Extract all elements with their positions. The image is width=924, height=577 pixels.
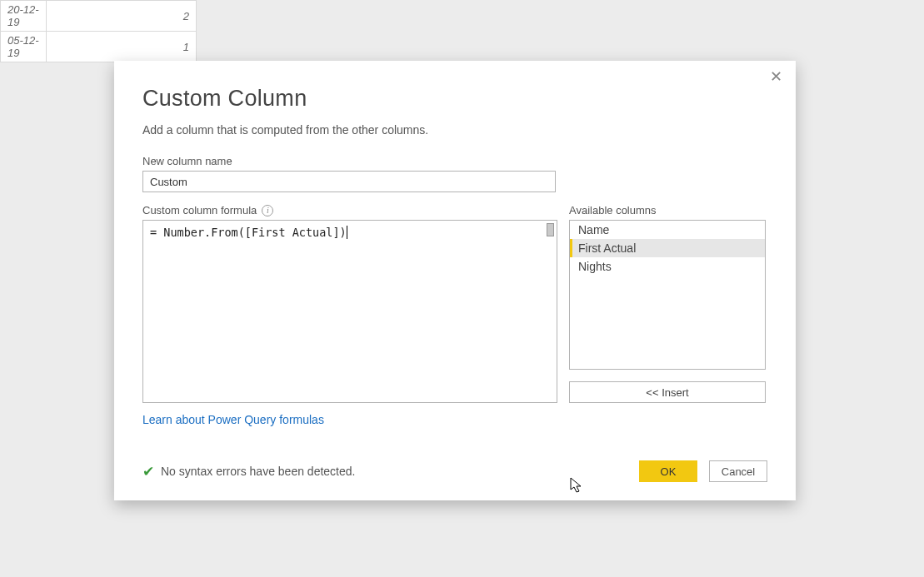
new-column-name-label: New column name [142,155,767,167]
dialog-footer: ✔ No syntax errors have been detected. O… [142,460,767,482]
status-message: ✔ No syntax errors have been detected. [142,463,355,480]
close-button[interactable]: ✕ [767,69,784,86]
available-column-item-nights[interactable]: Nights [570,257,765,276]
cancel-button[interactable]: Cancel [709,460,767,482]
background-data-table: 20-12-19 2 05-12-19 1 [0,0,197,62]
available-columns-list: Name First Actual Nights [569,220,766,370]
checkmark-icon: ✔ [142,463,154,480]
table-row: 20-12-19 2 [1,1,197,32]
cell-date: 05-12-19 [1,32,47,62]
available-column-item-first-actual[interactable]: First Actual [570,239,765,257]
available-column-item-name[interactable]: Name [570,221,765,239]
scrollbar-thumb[interactable] [547,223,554,236]
table-row: 05-12-19 1 [1,32,197,62]
insert-button[interactable]: << Insert [569,381,766,403]
cell-value: 1 [47,32,197,62]
dialog-subtitle: Add a column that is computed from the o… [142,123,767,137]
formula-label-text: Custom column formula [142,204,257,216]
learn-link[interactable]: Learn about Power Query formulas [142,413,324,426]
formula-text-content: = Number.From([First Actual]) [150,226,347,239]
info-icon[interactable]: i [262,205,273,216]
custom-column-dialog: ✕ Custom Column Add a column that is com… [114,61,796,500]
dialog-title: Custom Column [142,86,767,112]
available-columns-label: Available columns [569,204,766,216]
cell-date: 20-12-19 [1,1,47,32]
cell-value: 2 [47,1,197,32]
ok-button[interactable]: OK [639,460,697,482]
formula-textarea[interactable]: = Number.From([First Actual]) [142,220,557,403]
status-text: No syntax errors have been detected. [161,465,355,478]
close-icon: ✕ [770,68,782,85]
formula-label: Custom column formula i [142,204,557,216]
new-column-name-input[interactable] [142,171,556,192]
